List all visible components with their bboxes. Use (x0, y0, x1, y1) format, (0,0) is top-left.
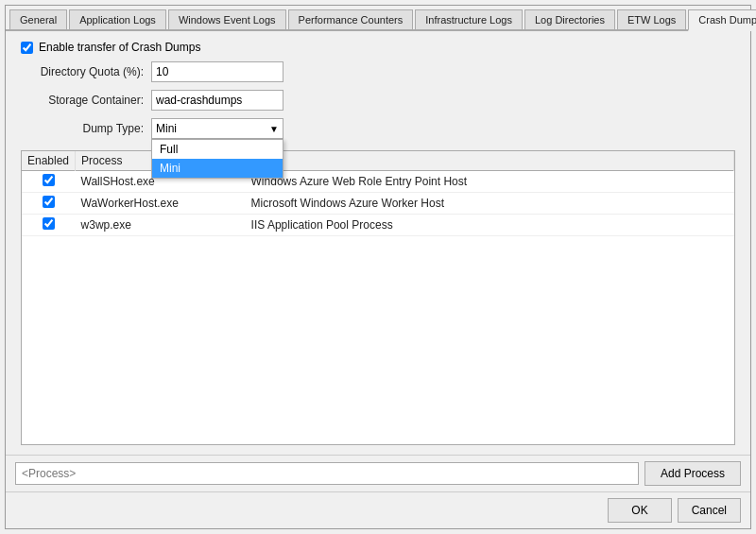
row-name: Windows Azure Web Role Entry Point Host (246, 171, 734, 193)
row-enabled-checkbox[interactable] (43, 174, 55, 186)
directory-quota-input[interactable] (151, 61, 284, 82)
ok-button[interactable]: OK (608, 498, 671, 523)
tab-etw-logs[interactable]: ETW Logs (617, 9, 686, 29)
enable-checkbox[interactable] (21, 42, 33, 54)
table-row: WallSHost.exeWindows Azure Web Role Entr… (22, 171, 734, 193)
directory-quota-row: Directory Quota (%): (21, 61, 735, 82)
content-area: Enable transfer of Crash Dumps Directory… (6, 31, 750, 455)
dump-type-row: Dump Type: Mini ▼ Full Mini (21, 118, 735, 139)
dump-type-label: Dump Type: (21, 122, 144, 135)
dump-type-dropdown-wrapper: Mini ▼ Full Mini (151, 118, 284, 139)
tab-application-logs[interactable]: Application Logs (69, 9, 166, 29)
row-process: WaWorkerHost.exe (76, 193, 246, 215)
process-table-container: Enabled Process Name WallSHost.exeWindow… (21, 150, 735, 445)
dump-type-selected: Mini (156, 122, 177, 135)
process-input[interactable] (15, 462, 639, 485)
tab-general[interactable]: General (9, 9, 67, 29)
row-enabled-checkbox[interactable] (43, 217, 55, 230)
bottom-bar: Add Process (6, 455, 750, 491)
row-name: Microsoft Windows Azure Worker Host (246, 193, 734, 215)
col-name: Name (246, 151, 734, 171)
dialog: GeneralApplication LogsWindows Event Log… (5, 5, 751, 529)
row-name: IIS Application Pool Process (246, 215, 734, 236)
row-process: w3wp.exe (76, 215, 246, 236)
tab-infrastructure-logs[interactable]: Infrastructure Logs (415, 9, 523, 29)
enable-row: Enable transfer of Crash Dumps (21, 41, 735, 54)
table-row: w3wp.exeIIS Application Pool Process (22, 215, 734, 236)
dropdown-arrow-icon: ▼ (269, 124, 279, 134)
tab-bar: GeneralApplication LogsWindows Event Log… (6, 6, 750, 31)
tab-crash-dumps[interactable]: Crash Dumps (688, 9, 756, 31)
cancel-button[interactable]: Cancel (678, 498, 741, 523)
add-process-button[interactable]: Add Process (644, 461, 741, 486)
dump-type-dropdown: Full Mini (151, 139, 284, 179)
footer: OK Cancel (6, 491, 750, 528)
tab-log-directories[interactable]: Log Directories (524, 9, 615, 29)
tab-performance-counters[interactable]: Performance Counters (288, 9, 414, 29)
process-table: Enabled Process Name WallSHost.exeWindow… (22, 151, 734, 236)
directory-quota-label: Directory Quota (%): (21, 65, 144, 78)
row-enabled-checkbox[interactable] (43, 196, 55, 208)
storage-container-label: Storage Container: (21, 94, 144, 107)
col-enabled: Enabled (22, 151, 76, 171)
enable-label: Enable transfer of Crash Dumps (39, 41, 200, 54)
dropdown-item-full[interactable]: Full (152, 140, 283, 159)
table-row: WaWorkerHost.exeMicrosoft Windows Azure … (22, 193, 734, 215)
tab-windows-event-logs[interactable]: Windows Event Logs (168, 9, 286, 29)
storage-container-input[interactable] (151, 90, 284, 111)
dropdown-item-mini[interactable]: Mini (152, 159, 283, 178)
dump-type-select[interactable]: Mini ▼ (151, 118, 284, 139)
storage-container-row: Storage Container: (21, 90, 735, 111)
